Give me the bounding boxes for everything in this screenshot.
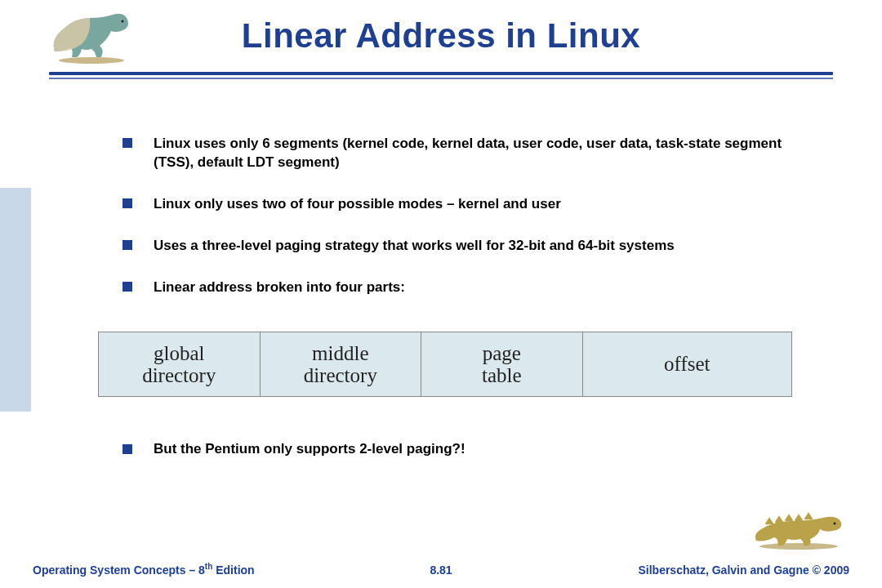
svg-point-3 bbox=[834, 523, 836, 525]
bullet-square-icon bbox=[122, 240, 132, 250]
diagram-cell-page-table: pagetable bbox=[421, 332, 583, 396]
bullet-text: Uses a three-level paging strategy that … bbox=[154, 237, 817, 256]
dinosaur-bottom-icon bbox=[750, 501, 848, 550]
bullet-square-icon bbox=[122, 444, 132, 454]
slide-title: Linear Address in Linux bbox=[49, 16, 833, 56]
cell-label: middledirectory bbox=[304, 342, 377, 387]
footer-copyright: Silberschatz, Galvin and Gagne © 2009 bbox=[638, 564, 849, 577]
linear-address-diagram: globaldirectory middledirectory pagetabl… bbox=[98, 332, 792, 397]
after-bullet-area: But the Pentium only supports 2-level pa… bbox=[122, 441, 817, 457]
title-rule-thin bbox=[49, 78, 833, 79]
bullet-square-icon bbox=[122, 282, 132, 292]
bullet-square-icon bbox=[122, 138, 132, 148]
svg-point-0 bbox=[59, 57, 124, 64]
left-accent-bar bbox=[0, 0, 31, 588]
diagram-cell-offset: offset bbox=[583, 332, 791, 396]
bullet-text: But the Pentium only supports 2-level pa… bbox=[154, 441, 817, 457]
bullet-item: Linux only uses two of four possible mod… bbox=[122, 195, 817, 214]
diagram-cell-middle-directory: middledirectory bbox=[261, 332, 422, 396]
footer-left: Operating System Concepts – 8th Edition bbox=[33, 562, 255, 577]
bullet-list: Linux uses only 6 segments (kernel code,… bbox=[122, 135, 817, 320]
cell-label: pagetable bbox=[482, 342, 522, 387]
cell-label: offset bbox=[664, 353, 710, 376]
diagram-cell-global-directory: globaldirectory bbox=[99, 332, 261, 396]
bullet-text: Linear address broken into four parts: bbox=[154, 278, 817, 297]
slide-footer: Operating System Concepts – 8th Edition … bbox=[0, 557, 882, 577]
bullet-item: Uses a three-level paging strategy that … bbox=[122, 237, 817, 256]
title-rule bbox=[49, 72, 833, 75]
footer-book-title-b: Edition bbox=[212, 564, 254, 577]
svg-point-2 bbox=[760, 543, 838, 550]
footer-book-title-a: Operating System Concepts – 8 bbox=[33, 564, 205, 577]
bullet-item: But the Pentium only supports 2-level pa… bbox=[122, 441, 817, 457]
bullet-text: Linux only uses two of four possible mod… bbox=[154, 195, 817, 214]
bullet-item: Linux uses only 6 segments (kernel code,… bbox=[122, 135, 817, 172]
bullet-square-icon bbox=[122, 198, 132, 208]
footer-page-number: 8.81 bbox=[430, 564, 452, 577]
slide-header: Linear Address in Linux bbox=[49, 16, 833, 56]
bullet-item: Linear address broken into four parts: bbox=[122, 278, 817, 297]
slide: Linear Address in Linux Linux uses only … bbox=[0, 0, 882, 588]
cell-label: globaldirectory bbox=[142, 342, 216, 387]
footer-edition-ordinal: th bbox=[205, 562, 212, 571]
bullet-text: Linux uses only 6 segments (kernel code,… bbox=[154, 135, 817, 172]
